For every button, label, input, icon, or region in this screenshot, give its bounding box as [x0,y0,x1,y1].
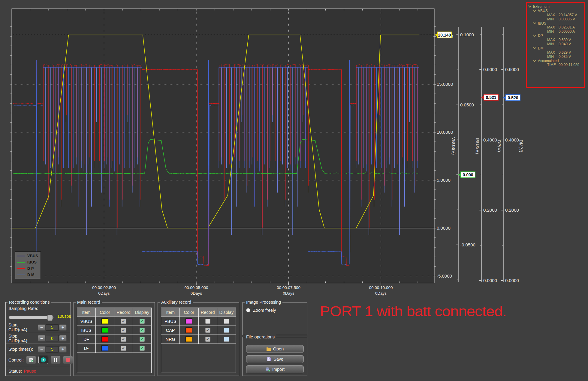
panel-title: File operations [245,335,276,339]
pause-icon [53,358,58,362]
extremum-value: 0.049 V [559,42,571,46]
color-swatch[interactable] [101,336,108,342]
item-cell: D- [77,344,96,353]
extremum-value: 0.02531 A [559,25,575,29]
legend-line-swatch [17,268,25,269]
color-cell [180,317,198,326]
spinner-row: Start CUR(mA):−5+ [8,324,68,331]
color-swatch[interactable] [185,318,192,324]
extremum-row: MIN0.049 V [528,42,584,46]
chevron-down-icon[interactable] [528,4,531,7]
spinner-value[interactable]: 5 [46,346,59,353]
svg-text:0Days: 0Days [191,291,202,296]
decrement-button[interactable]: − [38,324,45,331]
color-cell [180,335,198,344]
record-checkbox-cell: ✓ [199,335,217,344]
extremum-value: 00:00:11.029 [559,63,579,67]
sampling-rate-value: 100sps [57,314,71,319]
zoom-freely-radio[interactable] [246,308,250,312]
table-row: IBUS✓✓ [77,326,151,335]
save-button[interactable]: Save [246,355,304,363]
color-swatch[interactable] [185,327,192,333]
extremum-value: 0.630 V [559,38,571,42]
svg-text:DP(V): DP(V) [497,140,502,152]
extremum-row: MAX0.630 V [528,38,584,42]
stop-button[interactable] [63,356,73,364]
increment-button[interactable]: + [59,346,67,353]
record-checkbox[interactable]: ✓ [121,346,126,351]
extremum-row: MAX20.14057 V [528,13,584,17]
item-cell: CAP [161,326,180,335]
open-button[interactable]: Open [246,345,304,353]
extremum-key: MIN [547,55,559,59]
display-checkbox[interactable] [224,337,229,342]
record-checkbox[interactable]: ✓ [121,319,126,324]
svg-text:00:00:07.500: 00:00:07.500 [277,285,300,290]
record-checkbox[interactable]: ✓ [121,337,126,342]
display-checkbox[interactable]: ✓ [140,337,145,342]
sampling-rate-slider[interactable] [9,316,53,319]
increment-button[interactable]: + [59,335,67,341]
pause-button[interactable] [51,356,61,364]
legend-item-label: IBUS [27,260,37,264]
record-checkbox[interactable]: ✓ [121,328,126,333]
chevron-down-icon[interactable] [533,46,536,49]
svg-text:0.520: 0.520 [508,95,518,100]
color-cell [180,326,198,335]
extremum-group-label: DM [538,46,544,50]
table-empty-area [77,353,151,373]
table-header-row: ItemColorRecordDisplay [77,308,151,317]
chevron-down-icon[interactable] [533,58,536,61]
extremum-key: MIN [547,29,559,34]
slider-handle[interactable] [47,315,53,321]
aux-record-table: ItemColorRecordDisplayPBUSCAP✓NRG✓ [161,308,236,373]
new-record-button[interactable] [26,356,36,364]
display-checkbox[interactable] [224,319,229,324]
extremum-key: MIN [547,42,559,46]
usb-analyzer-window: { "caption": { "text": "PORT 1 with batt… [0,0,588,381]
extremum-row: MIN0.00336 V [528,17,584,21]
save-icon [267,357,271,361]
status-row: Status:Pause [8,369,36,374]
record-checkbox[interactable]: ✓ [205,337,210,342]
record-checkbox[interactable] [205,319,210,324]
spinner-value[interactable]: 0 [46,335,59,341]
color-swatch[interactable] [101,327,108,333]
chevron-down-icon[interactable] [533,33,536,37]
start-button[interactable] [38,356,48,364]
display-checkbox-cell: ✓ [133,335,151,344]
chevron-down-icon[interactable] [533,21,536,24]
extremum-value: 20.14057 V [559,13,577,17]
svg-text:0.6000: 0.6000 [483,67,497,72]
chevron-down-icon[interactable] [533,8,536,12]
item-label: IBUS [81,328,92,333]
increment-button[interactable]: + [59,324,67,331]
extremum-row: Accumulated [528,59,584,63]
decrement-button[interactable]: − [38,346,45,353]
display-checkbox-cell: ✓ [133,317,151,326]
display-checkbox-cell: ✓ [133,344,151,353]
annotation-caption: PORT 1 with batt connected. [320,303,507,320]
display-checkbox[interactable]: ✓ [140,346,145,351]
record-checkbox[interactable]: ✓ [205,328,210,333]
color-swatch[interactable] [185,336,192,342]
svg-text:0.2000: 0.2000 [483,207,497,213]
spinner-label: Stop time(s): [8,347,38,352]
import-button[interactable]: Import [246,365,304,373]
display-checkbox[interactable]: ✓ [140,319,145,324]
extremum-row: DP [528,34,584,38]
legend-item: D P [17,266,39,271]
decrement-button[interactable]: − [38,335,45,341]
color-swatch[interactable] [101,345,108,351]
display-checkbox[interactable]: ✓ [140,328,145,333]
spinner-value[interactable]: 5 [46,324,59,331]
record-checkbox-cell: ✓ [114,335,133,344]
legend-item-label: VBUS [27,254,38,258]
legend-item-label: D M [27,273,35,277]
sampling-rate-label: Sampling Rate: [8,306,38,311]
legend-line-swatch [17,275,25,275]
color-swatch[interactable] [101,318,108,324]
extremum-row: DM [528,46,584,50]
display-checkbox-cell [217,335,236,344]
display-checkbox[interactable] [224,328,229,333]
